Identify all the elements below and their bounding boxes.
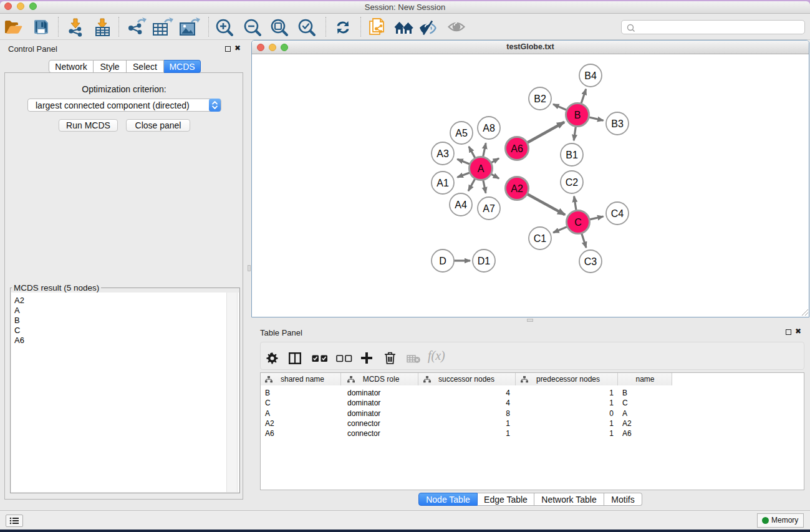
svg-text:A2: A2 — [511, 183, 523, 194]
svg-text:B1: B1 — [566, 150, 578, 160]
svg-text:A6: A6 — [511, 143, 523, 154]
svg-text:C1: C1 — [534, 233, 547, 244]
svg-text:C4: C4 — [611, 208, 624, 219]
svg-text:A7: A7 — [483, 203, 495, 214]
svg-text:B4: B4 — [584, 70, 597, 81]
svg-text:B2: B2 — [534, 94, 546, 104]
svg-text:A5: A5 — [455, 128, 468, 138]
svg-text:B3: B3 — [611, 118, 624, 129]
svg-text:C2: C2 — [566, 177, 579, 188]
svg-text:A3: A3 — [436, 148, 449, 159]
svg-text:A: A — [478, 163, 485, 174]
svg-text:A8: A8 — [483, 123, 495, 133]
svg-text:D: D — [439, 256, 446, 266]
svg-text:A4: A4 — [455, 200, 467, 210]
svg-text:C3: C3 — [584, 256, 597, 267]
svg-text:D1: D1 — [478, 256, 491, 266]
svg-text:B: B — [574, 110, 581, 120]
svg-text:A1: A1 — [436, 178, 449, 188]
svg-text:C: C — [574, 217, 582, 228]
